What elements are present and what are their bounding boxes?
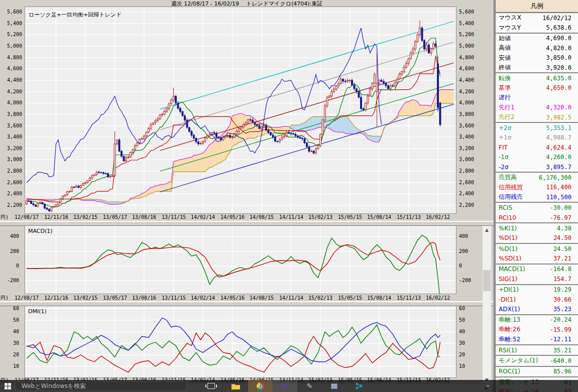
legend-group: +DI(1)19.29-DI(1)30.66ADX(1)35.23 xyxy=(496,284,578,314)
scroll-up-button[interactable]: ▲︎ xyxy=(483,226,491,234)
legend-row: 信用残売110,500 xyxy=(496,192,578,202)
overflow-chevron-icon[interactable]: ＞ xyxy=(485,382,491,389)
legend-panel: 凡例 マウスX16/02/12マウスY5,638.6始値4,690.0高値4,8… xyxy=(495,0,578,392)
legend-row-value: 4,820.0 xyxy=(546,45,571,52)
main-y-axis-label: 3,400 xyxy=(0,134,22,140)
task-view-button[interactable] xyxy=(199,380,223,392)
vertical-scrollbar[interactable]: ▲︎ ▼︎ xyxy=(483,226,491,384)
main-y-axis-label: 5,400 xyxy=(0,21,22,27)
yahoo-button[interactable]: Y! xyxy=(273,380,297,392)
legend-row-label: +DI(1) xyxy=(499,286,519,293)
main-x-axis-label: 15/08/14 xyxy=(365,214,393,220)
macd-y-axis-label-right: 0 xyxy=(459,263,462,269)
legend-row-value: 30.66 xyxy=(553,296,571,303)
legend-row-label: 信用残買 xyxy=(499,183,523,192)
legend-row-value: 3,982.5 xyxy=(546,114,571,121)
legend-row: 乖離:13-20.24 xyxy=(496,315,578,325)
macd-x-axis-label: 14/08/15 xyxy=(248,295,276,301)
legend-row: -2σ3,895.7 xyxy=(496,162,578,172)
macd-y-axis-label-right: -200 xyxy=(459,278,471,284)
main-y-axis-label-right: 2,800 xyxy=(459,168,474,174)
dmi-y-axis-label-right: 20 xyxy=(459,352,465,358)
main-y-axis-label: 3,200 xyxy=(0,146,22,152)
legend-row-value: 35.23 xyxy=(553,306,571,313)
legend-group: RCI5-30.00RCI10-76.97 xyxy=(496,202,578,222)
main-y-axis-label: 2,200 xyxy=(0,202,22,208)
share-app-button[interactable] xyxy=(346,380,371,392)
x-axis-unit-label: (円) xyxy=(0,214,9,220)
dmi-y-axis-label-right: 10 xyxy=(459,363,465,369)
legend-row-value: 4,260.0 xyxy=(546,154,571,161)
legend-group: モメンタム(1)-640.0 xyxy=(496,355,578,365)
main-y-axis-label: 5,600 xyxy=(0,9,22,15)
start-button[interactable] xyxy=(0,380,15,392)
legend-row: 先行14,320.0 xyxy=(496,103,578,112)
dmi-y-axis-label-right: 40 xyxy=(459,329,465,335)
legend-row: RCI5-30.00 xyxy=(496,203,578,212)
main-y-axis-label-right: 5,600 xyxy=(459,9,474,15)
legend-row: +DI(1)19.29 xyxy=(496,285,578,295)
main-y-axis-label-right: 3,600 xyxy=(459,123,474,129)
legend-row-label: 乖離:13 xyxy=(499,316,520,324)
legend-row-label: 信用残売 xyxy=(499,193,523,201)
main-y-axis-label-right: 4,800 xyxy=(459,55,474,61)
legend-row-value: -12.11 xyxy=(550,336,571,343)
main-x-axis-label: 12/11/16 xyxy=(42,214,70,220)
legend-group: ROC(1)85.96 xyxy=(496,366,578,376)
main-x-axis-label: 15/05/15 xyxy=(336,214,364,220)
legend-row: ADX(1)35.23 xyxy=(496,304,578,314)
chrome-button[interactable] xyxy=(248,380,273,392)
legend-row-value: -640.0 xyxy=(550,357,571,364)
screen: 週次 12/08/17 - 16/02/19 トレンドマイクロ(4704):東証… xyxy=(0,0,578,392)
macd-x-axis-label: 15/05/15 xyxy=(336,295,364,301)
legend-row-label: 高値 xyxy=(499,44,511,52)
dmi-y-axis-label: 40 xyxy=(0,329,19,335)
macd-x-axis-label: 14/05/16 xyxy=(218,295,247,301)
device-app-button[interactable] xyxy=(322,380,346,392)
legend-row-value: 24.50 xyxy=(553,234,571,241)
legend-group: 始値4,690.0高値4,820.0安値3,850.0終値3,920.0 xyxy=(496,33,578,73)
main-y-axis-label-right: 4,000 xyxy=(459,100,474,106)
search-placeholder-text: WebとWindowsを検索 xyxy=(22,382,86,390)
yahoo-icon: Y! xyxy=(281,382,289,390)
macd-plot[interactable] xyxy=(25,226,456,294)
main-y-axis-label: 3,000 xyxy=(0,157,22,163)
legend-group: MACD(1)-164.8SIG(1)154.7 xyxy=(496,264,578,284)
dmi-y-axis-label-right: 60 xyxy=(459,306,465,312)
legend-rows: マウスX16/02/12マウスY5,638.6始値4,690.0高値4,820.… xyxy=(496,13,578,392)
pane-splitter-1[interactable] xyxy=(0,221,494,226)
task-view-icon xyxy=(207,383,215,389)
scrollbar-thumb[interactable] xyxy=(483,270,491,291)
legend-row: マウスY5,638.6 xyxy=(496,23,578,32)
main-y-axis-label: 3,800 xyxy=(0,111,22,117)
dmi-y-axis-label: 30 xyxy=(0,340,19,346)
legend-row-label: 遅行 xyxy=(499,93,511,102)
main-x-axis-label: 16/02/12 xyxy=(424,214,452,220)
dmi-plot[interactable] xyxy=(25,306,456,377)
macd-x-axis-label: 15/08/14 xyxy=(365,295,393,301)
legend-row-label: -1σ xyxy=(499,154,509,161)
legend-row-value: 4,635.0 xyxy=(546,75,571,82)
legend-row-value: 5,638.6 xyxy=(546,24,571,31)
taskbar: WebとWindowsを検索 Y! ✎ xyxy=(0,380,578,392)
file-explorer-button[interactable] xyxy=(223,380,248,392)
macd-x-axis-label: 14/02/14 xyxy=(189,295,217,301)
legend-row-label: %D(1) xyxy=(499,234,518,241)
legend-row-value: 3,850.0 xyxy=(546,54,571,61)
main-x-axis-label: 13/11/15 xyxy=(160,214,188,220)
legend-row-label: +2σ xyxy=(499,124,511,132)
dmi-y-axis-label: 20 xyxy=(0,352,19,358)
main-chart-plot[interactable] xyxy=(25,7,456,213)
macd-x-axis-label: 13/05/17 xyxy=(101,295,129,301)
macd-y-axis-label-right: 200 xyxy=(459,248,468,254)
legend-row-value: 3,920.0 xyxy=(546,64,571,71)
pane-splitter-2[interactable] xyxy=(0,301,494,306)
macd-y-axis-label: 200 xyxy=(0,248,19,254)
main-y-axis-label: 5,000 xyxy=(0,43,22,49)
pen-app-button[interactable]: ✎ xyxy=(297,380,322,392)
legend-row-value: 3,895.7 xyxy=(546,164,571,171)
legend-row-label: FIT xyxy=(499,144,508,151)
share-network-icon xyxy=(355,382,363,390)
taskbar-search-input[interactable]: WebとWindowsを検索 xyxy=(15,381,187,391)
legend-row-label: モメンタム(1) xyxy=(499,356,538,365)
